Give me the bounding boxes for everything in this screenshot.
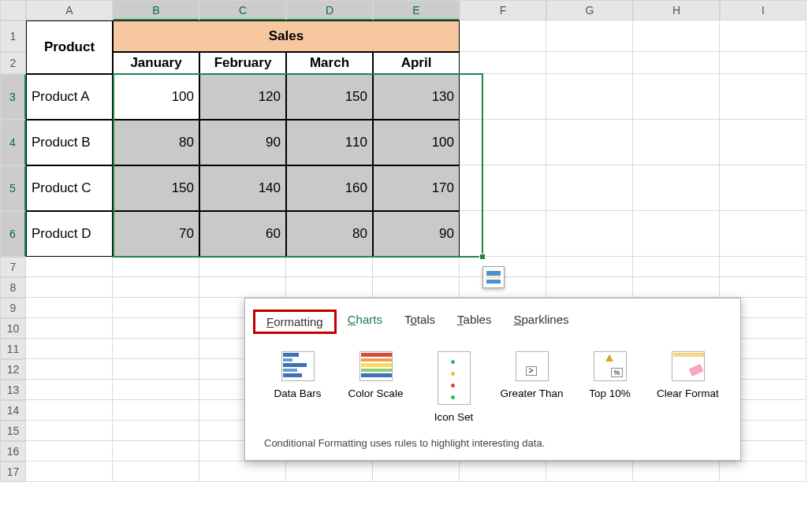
cell-A17[interactable] xyxy=(26,462,113,482)
cell-H4[interactable] xyxy=(633,120,720,165)
row-header-7[interactable]: 7 xyxy=(0,257,26,277)
cell-A15[interactable] xyxy=(26,421,113,441)
data-cell[interactable]: 80 xyxy=(113,120,199,165)
data-cell[interactable]: 100 xyxy=(113,74,199,120)
col-header-D[interactable]: D xyxy=(286,0,373,20)
data-cell[interactable]: 150 xyxy=(286,74,373,120)
row-header-3[interactable]: 3 xyxy=(0,74,26,120)
cell-C17[interactable] xyxy=(199,462,286,482)
cell-F3[interactable] xyxy=(460,74,546,120)
cell-B12[interactable] xyxy=(113,359,199,380)
cell-A7[interactable] xyxy=(26,257,113,277)
cell-A12[interactable] xyxy=(26,359,113,380)
col-header-G[interactable]: G xyxy=(546,0,633,20)
data-cell[interactable]: 60 xyxy=(199,211,286,257)
cell-H5[interactable] xyxy=(633,165,720,211)
cell-G5[interactable] xyxy=(546,165,633,211)
row-header-14[interactable]: 14 xyxy=(0,400,26,421)
cell-B9[interactable] xyxy=(113,298,199,318)
month-header-january[interactable]: January xyxy=(113,52,199,74)
tab-tables[interactable]: Tables xyxy=(457,313,491,331)
month-header-march[interactable]: March xyxy=(286,52,373,74)
row-header-6[interactable]: 6 xyxy=(0,211,26,257)
col-header-B[interactable]: B xyxy=(113,0,199,20)
data-cell[interactable]: 90 xyxy=(373,211,460,257)
select-all-corner[interactable] xyxy=(0,0,26,20)
item-data-bars[interactable]: Data Bars xyxy=(264,351,331,423)
cell-D17[interactable] xyxy=(286,462,373,482)
cell-H7[interactable] xyxy=(633,257,720,277)
row-header-1[interactable]: 1 xyxy=(0,20,26,52)
cell-C8[interactable] xyxy=(199,277,286,298)
product-label[interactable]: Product B xyxy=(26,120,113,165)
data-cell[interactable]: 170 xyxy=(373,165,460,211)
cell-G7[interactable] xyxy=(546,257,633,277)
cell-A11[interactable] xyxy=(26,339,113,359)
col-header-E[interactable]: E xyxy=(373,0,460,20)
cell-A14[interactable] xyxy=(26,400,113,421)
cell-G1[interactable] xyxy=(546,20,633,52)
item-top-10[interactable]: % Top 10% xyxy=(576,351,643,423)
cell-B10[interactable] xyxy=(113,318,199,339)
month-header-february[interactable]: February xyxy=(199,52,286,74)
cell-H17[interactable] xyxy=(633,462,720,482)
row-header-11[interactable]: 11 xyxy=(0,339,26,359)
cell-E7[interactable] xyxy=(373,257,460,277)
data-cell[interactable]: 80 xyxy=(286,211,373,257)
col-header-C[interactable]: C xyxy=(199,0,286,20)
cell-F4[interactable] xyxy=(460,120,546,165)
col-header-A[interactable]: A xyxy=(26,0,113,20)
row-header-17[interactable]: 17 xyxy=(0,462,26,482)
col-header-H[interactable]: H xyxy=(633,0,720,20)
data-cell[interactable]: 100 xyxy=(373,120,460,165)
row-header-13[interactable]: 13 xyxy=(0,380,26,400)
cell-E8[interactable] xyxy=(373,277,460,298)
row-header-2[interactable]: 2 xyxy=(0,52,26,74)
cell-C7[interactable] xyxy=(199,257,286,277)
item-clear-format[interactable]: Clear Format xyxy=(654,351,721,423)
cell-H8[interactable] xyxy=(633,277,720,298)
tab-sparklines[interactable]: Sparklines xyxy=(513,313,568,331)
cell-A9[interactable] xyxy=(26,298,113,318)
row-header-16[interactable]: 16 xyxy=(0,441,26,462)
data-cell[interactable]: 110 xyxy=(286,120,373,165)
cell-H6[interactable] xyxy=(633,211,720,257)
data-cell[interactable]: 90 xyxy=(199,120,286,165)
item-color-scale[interactable]: Color Scale xyxy=(342,351,409,423)
cell-F2[interactable] xyxy=(460,52,546,74)
tab-totals[interactable]: Totals xyxy=(404,313,435,331)
row-header-15[interactable]: 15 xyxy=(0,421,26,441)
cell-I4[interactable] xyxy=(720,120,806,165)
cell-B8[interactable] xyxy=(113,277,199,298)
tab-charts[interactable]: Charts xyxy=(348,313,382,331)
cell-I5[interactable] xyxy=(720,165,806,211)
row-header-5[interactable]: 5 xyxy=(0,165,26,211)
data-cell[interactable]: 160 xyxy=(286,165,373,211)
cell-H2[interactable] xyxy=(633,52,720,74)
cell-B7[interactable] xyxy=(113,257,199,277)
cell-B13[interactable] xyxy=(113,380,199,400)
data-cell[interactable]: 70 xyxy=(113,211,199,257)
cell-E17[interactable] xyxy=(373,462,460,482)
cell-H3[interactable] xyxy=(633,74,720,120)
cell-A16[interactable] xyxy=(26,441,113,462)
product-label[interactable]: Product D xyxy=(26,211,113,257)
cell-A13[interactable] xyxy=(26,380,113,400)
cell-I2[interactable] xyxy=(720,52,806,74)
cell-B15[interactable] xyxy=(113,421,199,441)
cell-I3[interactable] xyxy=(720,74,806,120)
data-cell[interactable]: 140 xyxy=(199,165,286,211)
cell-D7[interactable] xyxy=(286,257,373,277)
tab-formatting[interactable]: Formatting xyxy=(253,310,337,334)
cell-B11[interactable] xyxy=(113,339,199,359)
col-header-F[interactable]: F xyxy=(460,0,546,20)
cell-I7[interactable] xyxy=(720,257,806,277)
cell-B17[interactable] xyxy=(113,462,199,482)
product-label[interactable]: Product A xyxy=(26,74,113,120)
cell-F17[interactable] xyxy=(460,462,546,482)
fill-handle[interactable] xyxy=(479,254,486,260)
data-cell[interactable]: 150 xyxy=(113,165,199,211)
row-header-8[interactable]: 8 xyxy=(0,277,26,298)
row-header-4[interactable]: 4 xyxy=(0,120,26,165)
cell-G2[interactable] xyxy=(546,52,633,74)
